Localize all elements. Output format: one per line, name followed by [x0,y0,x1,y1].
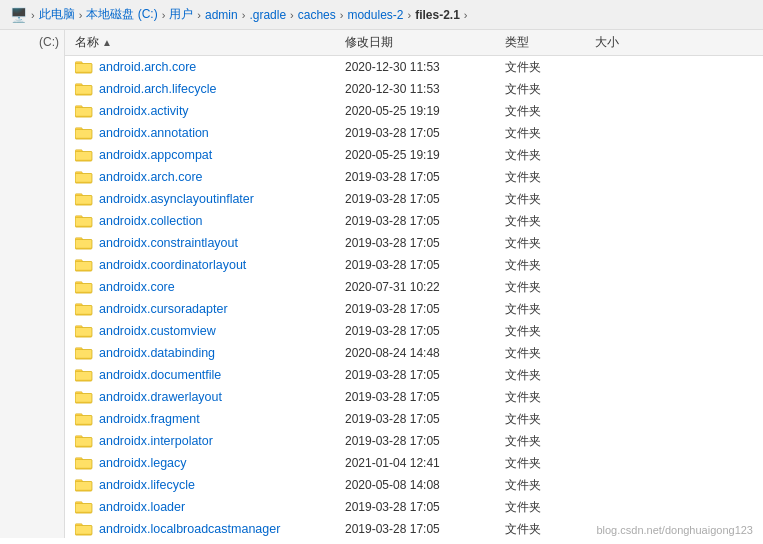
file-name-cell[interactable]: androidx.loader [65,500,345,514]
table-row[interactable]: androidx.legacy 2021-01-04 12:41 文件夹 [65,452,763,474]
folder-icon [75,368,93,382]
file-date: 2019-03-28 17:05 [345,434,505,448]
svg-rect-5 [75,86,92,95]
table-row[interactable]: androidx.annotation 2019-03-28 17:05 文件夹 [65,122,763,144]
column-headers: 名称 ▲ 修改日期 类型 大小 [65,30,763,56]
table-row[interactable]: androidx.core 2020-07-31 10:22 文件夹 [65,276,763,298]
file-name-cell[interactable]: android.arch.lifecycle [65,82,345,96]
svg-rect-17 [75,174,92,183]
file-type: 文件夹 [505,191,595,208]
table-row[interactable]: androidx.localbroadcastmanager 2019-03-2… [65,518,763,538]
folder-icon [75,412,93,426]
breadcrumb-local-disk[interactable]: 本地磁盘 (C:) [86,6,157,23]
table-row[interactable]: androidx.loader 2019-03-28 17:05 文件夹 [65,496,763,518]
file-name: androidx.collection [99,214,203,228]
file-type: 文件夹 [505,367,595,384]
svg-rect-32 [75,284,92,293]
table-row[interactable]: androidx.constraintlayout 2019-03-28 17:… [65,232,763,254]
file-name-cell[interactable]: androidx.drawerlayout [65,390,345,404]
file-name-cell[interactable]: androidx.asynclayoutinflater [65,192,345,206]
table-row[interactable]: androidx.fragment 2019-03-28 17:05 文件夹 [65,408,763,430]
folder-icon [75,280,93,294]
table-row[interactable]: androidx.appcompat 2020-05-25 19:19 文件夹 [65,144,763,166]
svg-rect-23 [75,218,92,227]
table-row[interactable]: androidx.customview 2019-03-28 17:05 文件夹 [65,320,763,342]
file-name-cell[interactable]: androidx.fragment [65,412,345,426]
file-type: 文件夹 [505,147,595,164]
file-name: androidx.lifecycle [99,478,195,492]
breadcrumb-separator: › [31,9,35,21]
col-header-type[interactable]: 类型 [505,34,595,51]
breadcrumb-caches[interactable]: caches [298,8,336,22]
file-name-cell[interactable]: androidx.lifecycle [65,478,345,492]
file-name-cell[interactable]: androidx.annotation [65,126,345,140]
file-date: 2019-03-28 17:05 [345,412,505,426]
svg-rect-14 [75,152,92,161]
table-row[interactable]: androidx.lifecycle 2020-05-08 14:08 文件夹 [65,474,763,496]
svg-rect-20 [75,196,92,205]
file-date: 2019-03-28 17:05 [345,126,505,140]
file-name: androidx.fragment [99,412,200,426]
breadcrumb-users[interactable]: 用户 [169,6,193,23]
file-name-cell[interactable]: androidx.databinding [65,346,345,360]
file-name-cell[interactable]: androidx.documentfile [65,368,345,382]
file-name: android.arch.lifecycle [99,82,216,96]
file-date: 2020-05-25 19:19 [345,104,505,118]
file-name-cell[interactable]: androidx.activity [65,104,345,118]
file-name-cell[interactable]: androidx.legacy [65,456,345,470]
file-list[interactable]: 名称 ▲ 修改日期 类型 大小 android.arch.core 2020-1 [65,30,763,538]
table-row[interactable]: android.arch.lifecycle 2020-12-30 11:53 … [65,78,763,100]
table-row[interactable]: android.arch.core 2020-12-30 11:53 文件夹 [65,56,763,78]
table-row[interactable]: androidx.interpolator 2019-03-28 17:05 文… [65,430,763,452]
table-row[interactable]: androidx.drawerlayout 2019-03-28 17:05 文… [65,386,763,408]
file-date: 2019-03-28 17:05 [345,214,505,228]
table-row[interactable]: androidx.cursoradapter 2019-03-28 17:05 … [65,298,763,320]
file-name-cell[interactable]: androidx.cursoradapter [65,302,345,316]
table-row[interactable]: androidx.arch.core 2019-03-28 17:05 文件夹 [65,166,763,188]
file-type: 文件夹 [505,455,595,472]
file-type: 文件夹 [505,411,595,428]
file-name-cell[interactable]: androidx.constraintlayout [65,236,345,250]
folder-icon [75,258,93,272]
table-row[interactable]: androidx.asynclayoutinflater 2019-03-28 … [65,188,763,210]
file-name-cell[interactable]: androidx.coordinatorlayout [65,258,345,272]
folder-icon [75,478,93,492]
svg-rect-35 [75,306,92,315]
file-name-cell[interactable]: androidx.customview [65,324,345,338]
folder-icon [75,104,93,118]
file-name-cell[interactable]: androidx.appcompat [65,148,345,162]
folder-icon [75,60,93,74]
svg-rect-2 [75,64,92,73]
table-row[interactable]: androidx.collection 2019-03-28 17:05 文件夹 [65,210,763,232]
file-date: 2020-08-24 14:48 [345,346,505,360]
svg-rect-47 [75,394,92,403]
breadcrumb-gradle[interactable]: .gradle [249,8,286,22]
table-row[interactable]: androidx.coordinatorlayout 2019-03-28 17… [65,254,763,276]
folder-icon [75,302,93,316]
file-date: 2019-03-28 17:05 [345,522,505,536]
breadcrumb-modules2[interactable]: modules-2 [347,8,403,22]
col-header-size[interactable]: 大小 [595,34,675,51]
svg-rect-62 [75,504,92,513]
col-header-date[interactable]: 修改日期 [345,34,505,51]
breadcrumb-admin[interactable]: admin [205,8,238,22]
file-name-cell[interactable]: androidx.localbroadcastmanager [65,522,345,536]
file-name-cell[interactable]: androidx.collection [65,214,345,228]
svg-rect-65 [75,526,92,535]
breadcrumb-this-pc[interactable]: 此电脑 [39,6,75,23]
file-name-cell[interactable]: androidx.arch.core [65,170,345,184]
file-name-cell[interactable]: android.arch.core [65,60,345,74]
file-name: androidx.constraintlayout [99,236,238,250]
table-row[interactable]: androidx.activity 2020-05-25 19:19 文件夹 [65,100,763,122]
col-header-name[interactable]: 名称 ▲ [65,34,345,51]
file-type: 文件夹 [505,499,595,516]
file-name: androidx.customview [99,324,216,338]
folder-icon [75,126,93,140]
svg-rect-44 [75,372,92,381]
table-row[interactable]: androidx.documentfile 2019-03-28 17:05 文… [65,364,763,386]
table-row[interactable]: androidx.databinding 2020-08-24 14:48 文件… [65,342,763,364]
file-name-cell[interactable]: androidx.core [65,280,345,294]
sep4: › [242,9,246,21]
file-name-cell[interactable]: androidx.interpolator [65,434,345,448]
file-date: 2019-03-28 17:05 [345,390,505,404]
